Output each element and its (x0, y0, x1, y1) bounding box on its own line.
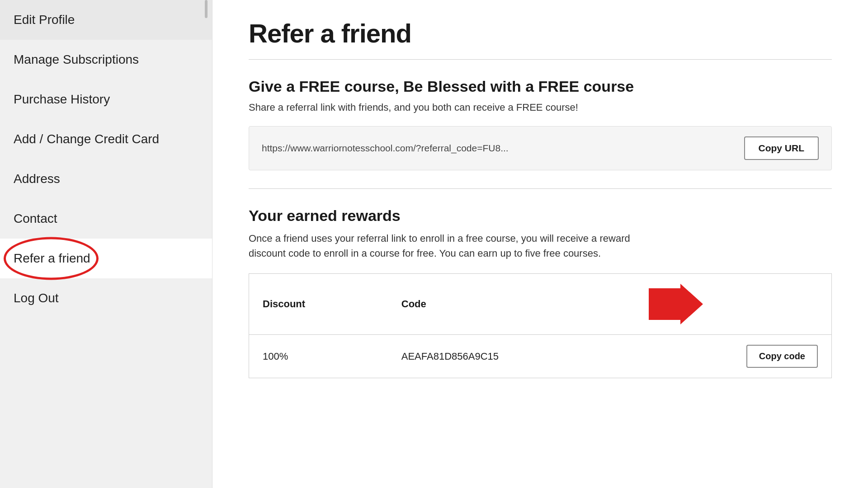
sidebar-item-manage-subscriptions[interactable]: Manage Subscriptions (0, 40, 212, 80)
sidebar-item-log-out[interactable]: Log Out (0, 278, 212, 318)
table-header-action (635, 274, 832, 335)
page-title: Refer a friend (249, 18, 832, 48)
table-cell-discount: 100% (249, 335, 388, 378)
table-cell-code: AEAFA81D856A9C15 (388, 335, 635, 378)
sidebar-item-add-change-credit-card[interactable]: Add / Change Credit Card (0, 119, 212, 159)
sidebar-item-contact[interactable]: Contact (0, 199, 212, 239)
section1-heading: Give a FREE course, Be Blessed with a FR… (249, 78, 832, 95)
table-header-row: Discount Code (249, 274, 832, 335)
rewards-section: Your earned rewards Once a friend uses y… (249, 207, 832, 378)
table-header-discount: Discount (249, 274, 388, 335)
table-cell-action: Copy code (635, 335, 832, 378)
table-row: 100% AEAFA81D856A9C15 Copy code (249, 335, 832, 378)
red-arrow-icon (649, 284, 703, 324)
section2-heading: Your earned rewards (249, 207, 832, 225)
sidebar-item-edit-profile[interactable]: Edit Profile (0, 0, 212, 40)
copy-url-button[interactable]: Copy URL (744, 136, 819, 160)
rewards-table: Discount Code 100% AEAFA81D856A9C15 Cop (249, 273, 832, 378)
divider-middle (249, 188, 832, 189)
svg-marker-0 (649, 284, 703, 324)
sidebar-item-refer-wrapper: Refer a friend (0, 239, 212, 278)
sidebar-item-refer-a-friend[interactable]: Refer a friend (0, 239, 212, 278)
table-header-code: Code (388, 274, 635, 335)
referral-url-text: https://www.warriornotesschool.com/?refe… (262, 143, 735, 154)
scroll-indicator (205, 0, 208, 18)
sidebar-item-address[interactable]: Address (0, 159, 212, 199)
copy-code-button[interactable]: Copy code (746, 345, 818, 368)
section2-description: Once a friend uses your referral link to… (249, 231, 656, 261)
referral-url-box: https://www.warriornotesschool.com/?refe… (249, 126, 832, 170)
sidebar: Edit Profile Manage Subscriptions Purcha… (0, 0, 212, 488)
main-content: Refer a friend Give a FREE course, Be Bl… (212, 0, 868, 488)
divider-top (249, 59, 832, 60)
sidebar-item-purchase-history[interactable]: Purchase History (0, 80, 212, 119)
section1-description: Share a referral link with friends, and … (249, 102, 832, 113)
